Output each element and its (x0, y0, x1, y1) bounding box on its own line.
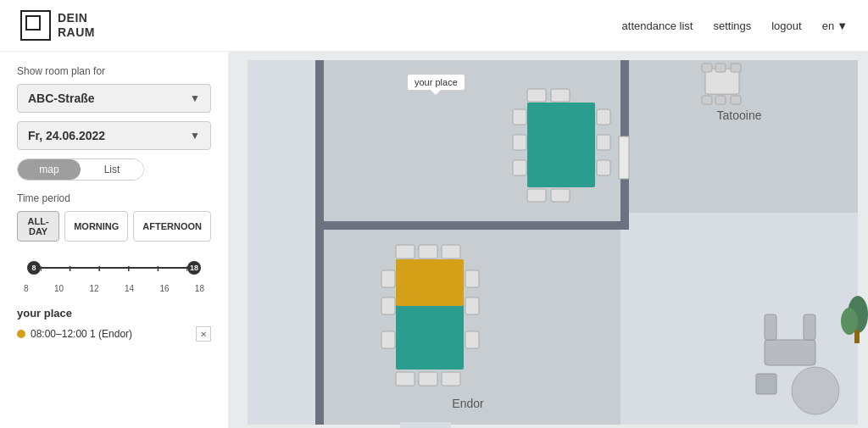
svg-rect-50 (804, 314, 815, 340)
svg-rect-22 (419, 372, 437, 386)
language-selector[interactable]: en ▼ (822, 19, 848, 32)
list-toggle-btn[interactable]: List (81, 159, 143, 180)
nav-links: attendance list settings logout en ▼ (622, 19, 848, 32)
svg-rect-31 (527, 89, 546, 102)
svg-text:Endor: Endor (452, 397, 484, 410)
room-dropdown-arrow: ▼ (190, 92, 200, 104)
room-dropdown[interactable]: ABC-Straße ▼ (17, 84, 211, 113)
room-label: Show room plan for (17, 65, 211, 77)
svg-rect-35 (513, 109, 526, 125)
chevron-down-icon: ▼ (837, 19, 848, 32)
svg-rect-29 (465, 331, 479, 348)
svg-rect-56 (400, 422, 451, 428)
svg-rect-48 (765, 340, 815, 365)
svg-rect-38 (597, 109, 610, 125)
time-period-label: Time period (17, 192, 211, 204)
header: DEIN RAUM attendance list settings logou… (0, 0, 868, 52)
svg-rect-17 (396, 259, 464, 306)
svg-rect-32 (551, 89, 570, 102)
svg-rect-47 (731, 96, 741, 104)
svg-rect-37 (513, 160, 526, 175)
settings-link[interactable]: settings (713, 19, 751, 32)
svg-rect-36 (513, 135, 526, 150)
svg-rect-24 (381, 270, 395, 287)
svg-rect-44 (731, 64, 741, 72)
svg-rect-25 (381, 297, 395, 314)
svg-point-51 (792, 367, 839, 414)
morning-btn[interactable]: MORNING (64, 211, 128, 242)
svg-rect-21 (396, 372, 415, 386)
logo-icon (20, 10, 51, 41)
main-container: Show room plan for ABC-Straße ▼ Fr, 24.0… (0, 52, 868, 428)
svg-rect-10 (324, 230, 620, 425)
svg-rect-28 (465, 297, 479, 314)
logo: DEIN RAUM (20, 10, 95, 41)
booking-item: 08:00–12:00 1 (Endor) ✕ (17, 326, 211, 342)
date-value: Fr, 24.06.2022 (28, 129, 105, 142)
svg-text:Tatooine: Tatooine (717, 108, 762, 122)
timeline-track: 8 18 (20, 255, 208, 281)
room-value: ABC-Straße (28, 92, 95, 105)
logo-text: DEIN RAUM (58, 11, 95, 40)
your-place-title: your place (17, 307, 211, 320)
svg-rect-39 (597, 135, 610, 150)
svg-rect-43 (715, 64, 726, 72)
floorplan-area: your place Endor Naboo Tatooine (229, 52, 868, 428)
logout-link[interactable]: logout (771, 19, 801, 32)
allday-btn[interactable]: ALL-DAY (17, 211, 59, 242)
booking-dot (17, 330, 25, 338)
floorplan-svg: Endor Naboo Tatooine (229, 52, 868, 428)
booking-text: 08:00–12:00 1 (Endor) (31, 328, 191, 340)
timeline-labels: 8 10 12 14 16 18 (20, 284, 208, 293)
svg-rect-46 (715, 96, 726, 104)
svg-rect-26 (381, 331, 395, 348)
booking-close-btn[interactable]: ✕ (196, 326, 211, 342)
timeline-ticks-svg (41, 263, 187, 273)
svg-rect-34 (551, 189, 570, 202)
svg-rect-45 (702, 96, 712, 104)
svg-rect-20 (442, 245, 460, 258)
svg-rect-23 (442, 372, 460, 386)
sidebar: Show room plan for ABC-Straße ▼ Fr, 24.0… (0, 52, 229, 428)
svg-rect-27 (465, 270, 479, 287)
time-period-buttons: ALL-DAY MORNING AFTERNOON (17, 211, 211, 242)
svg-rect-19 (419, 245, 437, 258)
svg-rect-57 (619, 136, 629, 179)
timeline: 8 18 8 10 12 14 (17, 255, 211, 293)
timeline-start-dot[interactable]: 8 (27, 261, 41, 275)
date-dropdown-arrow: ▼ (190, 130, 200, 142)
timeline-end-dot[interactable]: 18 (187, 261, 201, 275)
svg-rect-12 (629, 60, 858, 213)
svg-rect-30 (527, 103, 595, 187)
svg-rect-8 (315, 221, 629, 230)
svg-rect-52 (756, 374, 776, 394)
svg-rect-40 (597, 160, 610, 175)
view-toggle: map List (17, 158, 144, 181)
svg-rect-18 (396, 245, 415, 258)
map-toggle-btn[interactable]: map (18, 159, 81, 180)
svg-rect-49 (765, 314, 776, 340)
date-dropdown[interactable]: Fr, 24.06.2022 ▼ (17, 121, 211, 150)
svg-rect-33 (527, 189, 546, 202)
svg-rect-7 (315, 60, 324, 425)
attendance-link[interactable]: attendance list (622, 19, 693, 32)
svg-rect-55 (854, 330, 860, 343)
svg-rect-42 (702, 64, 712, 72)
afternoon-btn[interactable]: AFTERNOON (133, 211, 211, 242)
